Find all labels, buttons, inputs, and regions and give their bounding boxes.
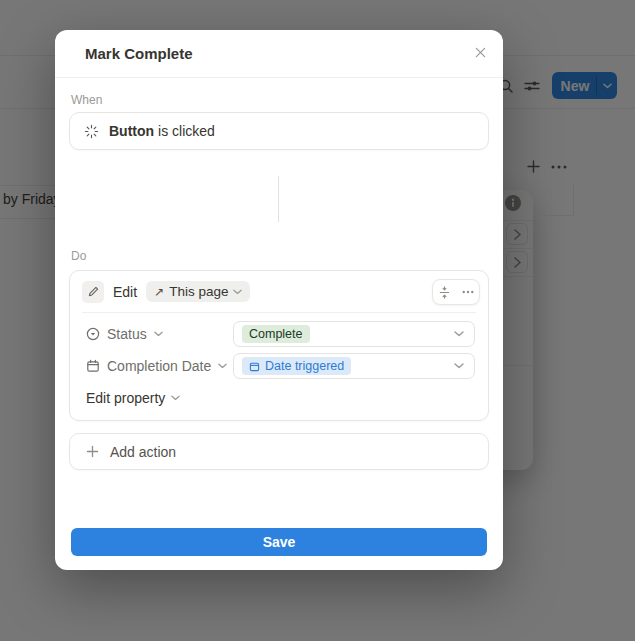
action-hover-toolbar bbox=[432, 279, 480, 305]
automation-editor-modal: Mark Complete When Buttonis clicked Do bbox=[55, 30, 503, 570]
property-value-select-status[interactable]: Complete bbox=[233, 321, 475, 347]
trigger-condition: is clicked bbox=[158, 123, 215, 139]
plus-icon bbox=[86, 445, 99, 458]
property-name: Status bbox=[107, 326, 147, 342]
action-verb: Edit bbox=[113, 284, 137, 300]
date-tag-label: Date triggered bbox=[265, 357, 344, 375]
screenshot-root: New by Friday bbox=[0, 0, 635, 641]
do-section-label: Do bbox=[71, 249, 86, 263]
action-target-selector[interactable]: ↗ This page bbox=[146, 281, 250, 302]
add-action-button[interactable]: Add action bbox=[69, 433, 489, 470]
chevron-down-icon bbox=[154, 331, 163, 337]
edit-property-label: Edit property bbox=[86, 390, 165, 406]
property-value-select-completion-date[interactable]: Date triggered bbox=[233, 353, 475, 379]
collapse-vertical-icon[interactable] bbox=[433, 280, 456, 304]
when-section-label: When bbox=[71, 93, 102, 107]
flow-connector-line bbox=[278, 176, 279, 222]
property-button-completion-date[interactable]: Completion Date bbox=[86, 353, 227, 379]
trigger-subject: Button bbox=[109, 123, 154, 139]
date-tag: Date triggered bbox=[242, 357, 351, 375]
property-button-status[interactable]: Status bbox=[86, 321, 163, 347]
action-target-label: This page bbox=[169, 284, 228, 299]
status-tag: Complete bbox=[242, 325, 310, 343]
status-icon bbox=[86, 327, 100, 341]
chevron-down-icon bbox=[171, 395, 180, 401]
more-icon[interactable] bbox=[456, 280, 479, 304]
pencil-icon bbox=[82, 281, 104, 303]
arrow-up-right-icon: ↗ bbox=[154, 285, 164, 299]
action-card-divider bbox=[82, 312, 476, 313]
calendar-icon bbox=[249, 361, 260, 372]
chevron-down-icon bbox=[233, 289, 242, 295]
trigger-text: Buttonis clicked bbox=[109, 123, 215, 139]
chevron-down-icon bbox=[218, 363, 227, 369]
add-action-label: Add action bbox=[110, 444, 176, 460]
button-click-icon bbox=[84, 124, 99, 139]
modal-header: Mark Complete bbox=[55, 30, 503, 78]
chevron-down-icon bbox=[454, 331, 464, 337]
property-name: Completion Date bbox=[107, 358, 211, 374]
edit-property-button[interactable]: Edit property bbox=[86, 387, 180, 409]
save-button[interactable]: Save bbox=[71, 528, 487, 556]
action-card: Edit ↗ This page bbox=[69, 270, 489, 421]
trigger-row[interactable]: Buttonis clicked bbox=[69, 112, 489, 150]
save-button-label: Save bbox=[263, 534, 296, 550]
modal-title: Mark Complete bbox=[85, 30, 193, 78]
close-button[interactable] bbox=[469, 41, 491, 63]
calendar-icon bbox=[86, 359, 100, 373]
chevron-down-icon bbox=[454, 363, 464, 369]
action-card-header: Edit ↗ This page bbox=[70, 271, 488, 312]
close-icon bbox=[475, 47, 486, 58]
